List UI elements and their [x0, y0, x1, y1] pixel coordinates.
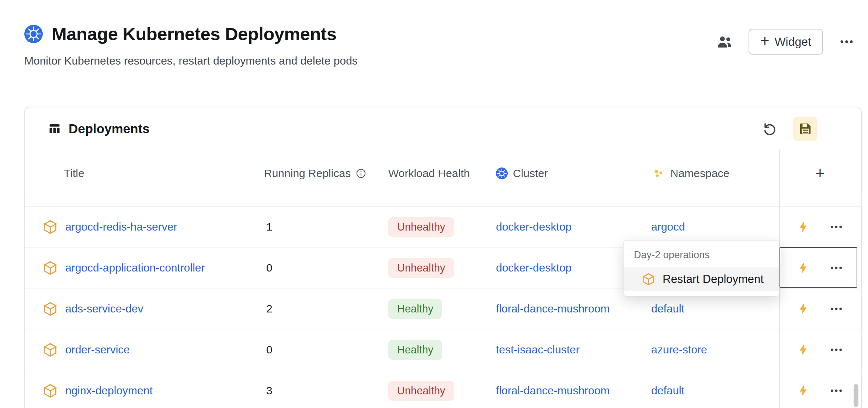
- table-header-row: Title Running Replicas Workload Health: [25, 150, 861, 197]
- restart-deployment-menu-item[interactable]: Restart Deployment: [624, 267, 779, 291]
- header-actions: + Widget: [716, 29, 855, 55]
- reset-button[interactable]: [762, 121, 778, 136]
- deployment-title-link[interactable]: nginx-deployment: [65, 384, 153, 397]
- column-label-namespace: Namespace: [670, 167, 729, 180]
- deployment-cube-icon: [42, 260, 59, 276]
- kubernetes-logo-icon: [24, 25, 43, 43]
- namespace-link[interactable]: default: [651, 384, 684, 397]
- screen: Manage Kubernetes Deployments Monitor Ku…: [0, 0, 868, 408]
- health-badge: Healthy: [388, 340, 442, 360]
- day2-operations-popup: Day-2 operations Restart Deployment: [623, 240, 780, 297]
- page-subtitle: Monitor Kubernetes resources, restart de…: [24, 55, 358, 67]
- namespace-link[interactable]: argocd: [651, 221, 685, 233]
- lightning-icon: [796, 342, 810, 358]
- deployment-title-link[interactable]: ads-service-dev: [65, 302, 143, 315]
- column-label-title: Title: [64, 167, 84, 180]
- page-more-options-button[interactable]: [839, 34, 855, 50]
- health-badge: Healthy: [388, 299, 442, 319]
- lightning-icon: [796, 383, 810, 399]
- partial-row: [25, 197, 861, 207]
- popup-title: Day-2 operations: [624, 241, 779, 267]
- replicas-value: 3: [264, 384, 388, 397]
- add-widget-button[interactable]: + Widget: [749, 29, 823, 55]
- run-action-button[interactable]: [796, 260, 810, 276]
- health-badge: Unhealthy: [388, 381, 454, 401]
- deployment-cube-icon: [42, 219, 59, 235]
- ellipsis-icon: [829, 383, 844, 398]
- restart-deployment-label: Restart Deployment: [663, 273, 764, 286]
- panel-header: Deployments: [25, 107, 861, 150]
- run-action-button[interactable]: [796, 383, 810, 399]
- vertical-scrollbar-thumb[interactable]: [854, 384, 858, 407]
- row-menu-button[interactable]: [829, 219, 844, 234]
- table-row: nginx-deployment 3 Unhealthy floral-danc…: [25, 370, 861, 408]
- replicas-value: 2: [264, 302, 388, 315]
- panel-title: Deployments: [69, 121, 150, 136]
- save-button[interactable]: [793, 117, 817, 141]
- ellipsis-icon: [829, 301, 844, 316]
- deployment-title-link[interactable]: argocd-redis-ha-server: [65, 221, 177, 233]
- page-header: Manage Kubernetes Deployments Monitor Ku…: [24, 24, 358, 67]
- run-action-button[interactable]: [796, 342, 810, 358]
- namespace-link[interactable]: default: [651, 302, 684, 315]
- replicas-value: 1: [264, 221, 388, 233]
- run-action-button[interactable]: [796, 219, 810, 235]
- lightning-icon: [796, 301, 810, 317]
- deployment-cube-icon: [42, 301, 59, 317]
- info-icon[interactable]: [356, 168, 366, 179]
- add-column-button[interactable]: +: [779, 165, 861, 182]
- column-header-health[interactable]: Workload Health: [388, 167, 496, 180]
- run-action-button[interactable]: [796, 301, 810, 317]
- replicas-value: 0: [264, 343, 388, 356]
- cluster-link[interactable]: floral-dance-mushroom: [496, 302, 610, 315]
- ellipsis-icon: [839, 34, 855, 50]
- row-menu-button[interactable]: [829, 260, 844, 275]
- ellipsis-icon: [829, 260, 844, 275]
- lightning-icon: [796, 260, 810, 276]
- cluster-link[interactable]: floral-dance-mushroom: [496, 384, 610, 397]
- deployment-title-link[interactable]: order-service: [65, 343, 130, 356]
- health-badge: Unhealthy: [388, 217, 454, 237]
- cluster-link[interactable]: docker-desktop: [496, 262, 572, 274]
- column-header-cluster[interactable]: Cluster: [496, 167, 651, 180]
- lightning-icon: [796, 219, 810, 235]
- save-icon: [798, 122, 812, 136]
- users-button[interactable]: [716, 33, 733, 50]
- table-row: order-service 0 Healthy test-isaac-clust…: [25, 329, 861, 370]
- row-menu-button[interactable]: [829, 383, 844, 398]
- row-menu-button[interactable]: [829, 342, 844, 357]
- plus-icon: +: [760, 33, 770, 49]
- users-icon: [716, 33, 733, 50]
- column-label-health: Workload Health: [388, 167, 470, 180]
- kubernetes-cluster-icon: [496, 167, 508, 179]
- row-menu-button[interactable]: [829, 301, 844, 316]
- deployment-cube-icon: [42, 342, 59, 358]
- add-widget-label: Widget: [774, 35, 811, 49]
- ellipsis-icon: [829, 342, 844, 357]
- column-header-replicas[interactable]: Running Replicas: [264, 167, 388, 180]
- replicas-value: 0: [264, 262, 388, 274]
- deployment-title-link[interactable]: argocd-application-controller: [65, 262, 205, 274]
- ellipsis-icon: [829, 219, 844, 234]
- namespace-dots-icon: [651, 166, 665, 180]
- cluster-link[interactable]: test-isaac-cluster: [496, 343, 580, 356]
- namespace-link[interactable]: azure-store: [651, 343, 707, 356]
- table-icon: [48, 122, 61, 135]
- column-label-replicas: Running Replicas: [264, 167, 351, 180]
- cluster-link[interactable]: docker-desktop: [496, 221, 572, 233]
- add-column-plus-icon: +: [816, 165, 825, 182]
- column-header-title[interactable]: Title: [25, 167, 264, 180]
- deployment-cube-icon: [641, 272, 656, 287]
- page-title: Manage Kubernetes Deployments: [52, 24, 336, 44]
- column-header-namespace[interactable]: Namespace: [651, 166, 779, 180]
- health-badge: Unhealthy: [388, 258, 454, 278]
- column-label-cluster: Cluster: [513, 167, 548, 180]
- deployment-cube-icon: [42, 383, 59, 399]
- undo-icon: [762, 121, 778, 136]
